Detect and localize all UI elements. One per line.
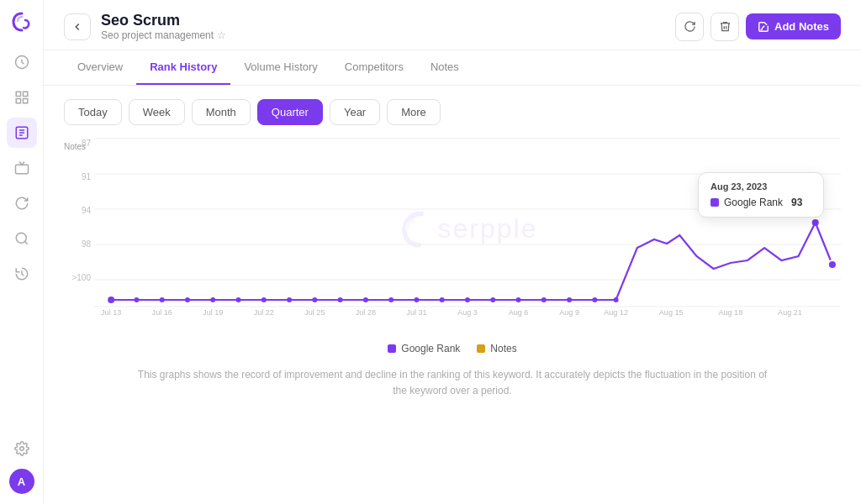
sidebar-item-search[interactable] [7, 223, 37, 254]
favorite-icon[interactable]: ☆ [217, 29, 226, 41]
svg-rect-4 [23, 99, 27, 103]
footer-description: This graphs shows the record of improvem… [64, 367, 841, 399]
tab-notes[interactable]: Notes [417, 50, 473, 85]
legend-label-notes: Notes [490, 343, 516, 354]
svg-text:Aug 3: Aug 3 [457, 308, 478, 317]
svg-point-22 [236, 297, 241, 302]
sidebar-bottom: A [7, 433, 37, 494]
legend-dot-rank [388, 344, 396, 353]
nav-tabs: Overview Rank History Volume History Com… [44, 50, 861, 86]
header-actions: Add Notes [675, 13, 841, 41]
y-tick-87: 87 [82, 139, 91, 148]
y-tick-100: >100 [71, 273, 91, 282]
period-week[interactable]: Week [129, 99, 185, 125]
chart-legend: Google Rank Notes [64, 343, 841, 354]
svg-point-32 [490, 297, 495, 302]
add-notes-button[interactable]: Add Notes [746, 13, 841, 39]
sidebar-item-grid[interactable] [7, 82, 37, 113]
svg-point-29 [414, 297, 419, 302]
chart-tooltip: Aug 23, 2023 Google Rank 93 [698, 172, 824, 218]
period-today[interactable]: Today [64, 99, 122, 125]
svg-point-17 [108, 297, 114, 303]
legend-dot-notes [477, 344, 485, 353]
svg-text:Jul 13: Jul 13 [101, 308, 121, 317]
tab-rank-history[interactable]: Rank History [136, 50, 230, 85]
avatar[interactable]: A [9, 469, 34, 494]
title-block: Seo Scrum Seo project management ☆ [101, 12, 226, 41]
svg-text:Jul 19: Jul 19 [203, 308, 223, 317]
period-more[interactable]: More [387, 99, 441, 125]
svg-text:Aug 9: Aug 9 [559, 308, 579, 317]
sidebar-item-settings[interactable] [7, 433, 37, 464]
legend-google-rank: Google Rank [388, 343, 460, 354]
svg-point-35 [567, 297, 572, 302]
period-buttons: Today Week Month Quarter Year More [64, 99, 841, 125]
svg-rect-2 [23, 92, 27, 96]
svg-point-24 [287, 297, 292, 302]
svg-point-33 [516, 297, 521, 302]
app-logo [10, 10, 34, 34]
tab-overview[interactable]: Overview [64, 50, 136, 85]
page-title: Seo Scrum [101, 12, 226, 29]
svg-text:Jul 16: Jul 16 [152, 308, 172, 317]
period-quarter[interactable]: Quarter [257, 99, 323, 125]
svg-point-20 [185, 297, 190, 302]
sidebar-item-refresh[interactable] [7, 188, 37, 218]
y-tick-91: 91 [82, 172, 91, 181]
period-year[interactable]: Year [330, 99, 380, 125]
svg-point-23 [261, 297, 267, 302]
svg-text:Aug 15: Aug 15 [659, 308, 684, 317]
header-left: Seo Scrum Seo project management ☆ [64, 12, 226, 41]
tab-competitors[interactable]: Competitors [331, 50, 417, 85]
svg-point-38 [812, 219, 819, 226]
svg-point-36 [592, 297, 597, 302]
sidebar-item-history[interactable] [7, 259, 37, 289]
svg-point-39 [828, 260, 837, 269]
sidebar: A [0, 0, 44, 504]
svg-text:Aug 12: Aug 12 [604, 308, 628, 317]
main-content: Seo Scrum Seo project management ☆ Add N… [44, 0, 861, 504]
sidebar-item-rank[interactable] [7, 118, 37, 148]
svg-point-8 [19, 447, 24, 451]
svg-point-34 [541, 297, 547, 302]
legend-label-rank: Google Rank [401, 343, 460, 354]
tooltip-metric: Google Rank [724, 197, 783, 208]
tooltip-row: Google Rank 93 [710, 197, 811, 208]
svg-point-25 [312, 297, 317, 302]
svg-point-30 [440, 297, 445, 302]
y-tick-98: 98 [82, 239, 91, 249]
refresh-button[interactable] [675, 13, 704, 41]
chart-container: Notes serpple 87 91 [64, 139, 841, 491]
svg-text:Jul 25: Jul 25 [304, 308, 325, 317]
svg-point-7 [16, 233, 26, 243]
period-month[interactable]: Month [192, 99, 251, 125]
tooltip-date: Aug 23, 2023 [710, 181, 811, 192]
svg-text:Jul 28: Jul 28 [356, 308, 376, 317]
svg-point-28 [388, 297, 394, 302]
svg-rect-6 [15, 165, 28, 174]
sidebar-item-analytics[interactable] [7, 47, 37, 77]
page-subtitle: Seo project management ☆ [101, 29, 226, 41]
legend-notes: Notes [477, 343, 516, 354]
svg-point-18 [134, 297, 139, 302]
svg-rect-3 [16, 99, 20, 103]
svg-point-21 [210, 297, 215, 302]
svg-text:Aug 21: Aug 21 [778, 308, 802, 317]
svg-text:Aug 18: Aug 18 [718, 308, 742, 317]
header: Seo Scrum Seo project management ☆ Add N… [44, 0, 861, 50]
delete-button[interactable] [710, 13, 739, 41]
svg-text:Jul 31: Jul 31 [406, 308, 426, 317]
content-area: Today Week Month Quarter Year More Notes [44, 86, 861, 504]
tooltip-dot [710, 198, 719, 207]
svg-point-37 [614, 297, 619, 302]
svg-point-19 [160, 297, 165, 302]
svg-point-31 [465, 297, 470, 302]
back-button[interactable] [64, 13, 91, 40]
svg-text:Jul 22: Jul 22 [254, 308, 274, 317]
y-tick-94: 94 [82, 206, 91, 215]
svg-point-27 [363, 297, 368, 302]
sidebar-item-film[interactable] [7, 153, 37, 183]
tab-volume-history[interactable]: Volume History [230, 50, 330, 85]
rank-chart-svg: Jul 13 Jul 16 Jul 19 Jul 22 Jul 25 Jul 2… [94, 139, 841, 315]
tooltip-value: 93 [791, 197, 802, 208]
